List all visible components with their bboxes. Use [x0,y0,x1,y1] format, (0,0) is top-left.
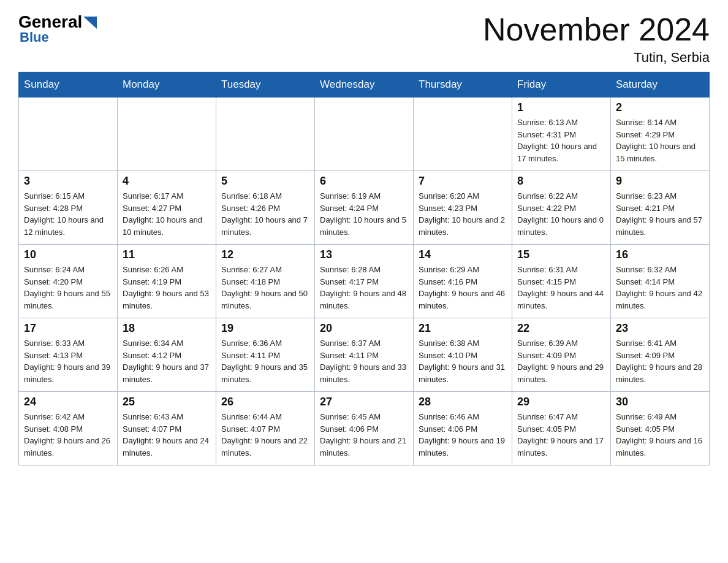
calendar-cell: 23Sunrise: 6:41 AM Sunset: 4:09 PM Dayli… [611,318,710,392]
day-number: 18 [123,322,211,335]
day-info: Sunrise: 6:43 AM Sunset: 4:07 PM Dayligh… [123,411,211,459]
day-info: Sunrise: 6:13 AM Sunset: 4:31 PM Dayligh… [517,117,605,164]
day-number: 13 [320,248,408,261]
calendar-cell: 16Sunrise: 6:32 AM Sunset: 4:14 PM Dayli… [611,245,710,318]
day-info: Sunrise: 6:38 AM Sunset: 4:10 PM Dayligh… [419,337,507,385]
day-info: Sunrise: 6:18 AM Sunset: 4:26 PM Dayligh… [221,190,309,238]
day-info: Sunrise: 6:20 AM Sunset: 4:23 PM Dayligh… [419,190,507,238]
calendar-cell: 4Sunrise: 6:17 AM Sunset: 4:27 PM Daylig… [118,171,216,245]
day-info: Sunrise: 6:41 AM Sunset: 4:09 PM Dayligh… [616,337,704,385]
calendar-cell: 21Sunrise: 6:38 AM Sunset: 4:10 PM Dayli… [414,318,512,392]
svg-marker-0 [83,17,97,29]
weekday-header-thursday: Thursday [414,72,512,98]
calendar-cell: 24Sunrise: 6:42 AM Sunset: 4:08 PM Dayli… [19,392,118,465]
calendar-cell: 7Sunrise: 6:20 AM Sunset: 4:23 PM Daylig… [414,171,512,245]
day-number: 6 [320,175,408,188]
calendar-cell: 27Sunrise: 6:45 AM Sunset: 4:06 PM Dayli… [315,392,414,465]
calendar-cell: 9Sunrise: 6:23 AM Sunset: 4:21 PM Daylig… [611,171,710,245]
day-number: 21 [419,322,507,335]
day-info: Sunrise: 6:39 AM Sunset: 4:09 PM Dayligh… [517,337,605,385]
day-info: Sunrise: 6:32 AM Sunset: 4:14 PM Dayligh… [616,264,704,312]
day-number: 4 [123,175,211,188]
calendar-week-row: 10Sunrise: 6:24 AM Sunset: 4:20 PM Dayli… [19,245,710,318]
calendar-cell: 19Sunrise: 6:36 AM Sunset: 4:11 PM Dayli… [216,318,315,392]
day-number: 3 [24,175,112,188]
calendar-cell [216,98,315,171]
day-number: 8 [517,175,605,188]
day-number: 15 [517,248,605,261]
day-info: Sunrise: 6:34 AM Sunset: 4:12 PM Dayligh… [123,337,211,385]
calendar-cell [19,98,118,171]
day-info: Sunrise: 6:17 AM Sunset: 4:27 PM Dayligh… [123,190,211,238]
logo-blue-text: Blue [20,29,49,45]
calendar-cell: 3Sunrise: 6:15 AM Sunset: 4:28 PM Daylig… [19,171,118,245]
calendar-cell: 17Sunrise: 6:33 AM Sunset: 4:13 PM Dayli… [19,318,118,392]
day-info: Sunrise: 6:14 AM Sunset: 4:29 PM Dayligh… [616,117,704,164]
day-info: Sunrise: 6:36 AM Sunset: 4:11 PM Dayligh… [221,337,309,385]
location: Tutin, Serbia [483,50,710,66]
day-number: 22 [517,322,605,335]
calendar-table: SundayMondayTuesdayWednesdayThursdayFrid… [18,72,710,465]
day-info: Sunrise: 6:29 AM Sunset: 4:16 PM Dayligh… [419,264,507,312]
day-info: Sunrise: 6:49 AM Sunset: 4:05 PM Dayligh… [616,411,704,459]
day-info: Sunrise: 6:46 AM Sunset: 4:06 PM Dayligh… [419,411,507,459]
calendar-cell: 5Sunrise: 6:18 AM Sunset: 4:26 PM Daylig… [216,171,315,245]
day-info: Sunrise: 6:44 AM Sunset: 4:07 PM Dayligh… [221,411,309,459]
day-info: Sunrise: 6:45 AM Sunset: 4:06 PM Dayligh… [320,411,408,459]
calendar-cell: 30Sunrise: 6:49 AM Sunset: 4:05 PM Dayli… [611,392,710,465]
day-info: Sunrise: 6:23 AM Sunset: 4:21 PM Dayligh… [616,190,704,238]
day-number: 5 [221,175,309,188]
day-number: 17 [24,322,112,335]
calendar-cell [414,98,512,171]
calendar-week-row: 1Sunrise: 6:13 AM Sunset: 4:31 PM Daylig… [19,98,710,171]
day-info: Sunrise: 6:19 AM Sunset: 4:24 PM Dayligh… [320,190,408,238]
day-number: 30 [616,396,704,408]
weekday-header-saturday: Saturday [611,72,710,98]
day-info: Sunrise: 6:22 AM Sunset: 4:22 PM Dayligh… [517,190,605,238]
day-number: 11 [123,248,211,261]
calendar-header-row: SundayMondayTuesdayWednesdayThursdayFrid… [19,72,710,98]
logo-arrow-icon [83,17,97,29]
calendar-cell: 18Sunrise: 6:34 AM Sunset: 4:12 PM Dayli… [118,318,216,392]
calendar-cell: 14Sunrise: 6:29 AM Sunset: 4:16 PM Dayli… [414,245,512,318]
logo: General Blue [18,12,97,45]
day-number: 26 [221,396,309,408]
day-number: 25 [123,396,211,408]
month-title: November 2024 [483,12,710,47]
calendar-cell [118,98,216,171]
day-info: Sunrise: 6:33 AM Sunset: 4:13 PM Dayligh… [24,337,112,385]
calendar-cell [315,98,414,171]
calendar-cell: 15Sunrise: 6:31 AM Sunset: 4:15 PM Dayli… [512,245,611,318]
day-number: 19 [221,322,309,335]
calendar-week-row: 17Sunrise: 6:33 AM Sunset: 4:13 PM Dayli… [19,318,710,392]
weekday-header-tuesday: Tuesday [216,72,315,98]
calendar-cell: 10Sunrise: 6:24 AM Sunset: 4:20 PM Dayli… [19,245,118,318]
calendar-cell: 8Sunrise: 6:22 AM Sunset: 4:22 PM Daylig… [512,171,611,245]
calendar-cell: 22Sunrise: 6:39 AM Sunset: 4:09 PM Dayli… [512,318,611,392]
calendar-cell: 13Sunrise: 6:28 AM Sunset: 4:17 PM Dayli… [315,245,414,318]
calendar-cell: 25Sunrise: 6:43 AM Sunset: 4:07 PM Dayli… [118,392,216,465]
day-info: Sunrise: 6:31 AM Sunset: 4:15 PM Dayligh… [517,264,605,312]
title-area: November 2024 Tutin, Serbia [483,12,710,66]
day-number: 27 [320,396,408,408]
day-info: Sunrise: 6:27 AM Sunset: 4:18 PM Dayligh… [221,264,309,312]
calendar-week-row: 24Sunrise: 6:42 AM Sunset: 4:08 PM Dayli… [19,392,710,465]
day-number: 16 [616,248,704,261]
day-number: 29 [517,396,605,408]
day-number: 10 [24,248,112,261]
day-number: 1 [517,101,605,114]
calendar-cell: 2Sunrise: 6:14 AM Sunset: 4:29 PM Daylig… [611,98,710,171]
day-info: Sunrise: 6:15 AM Sunset: 4:28 PM Dayligh… [24,190,112,238]
day-info: Sunrise: 6:28 AM Sunset: 4:17 PM Dayligh… [320,264,408,312]
day-number: 12 [221,248,309,261]
day-info: Sunrise: 6:37 AM Sunset: 4:11 PM Dayligh… [320,337,408,385]
calendar-cell: 29Sunrise: 6:47 AM Sunset: 4:05 PM Dayli… [512,392,611,465]
day-number: 14 [419,248,507,261]
day-info: Sunrise: 6:24 AM Sunset: 4:20 PM Dayligh… [24,264,112,312]
weekday-header-wednesday: Wednesday [315,72,414,98]
day-info: Sunrise: 6:47 AM Sunset: 4:05 PM Dayligh… [517,411,605,459]
day-number: 7 [419,175,507,188]
weekday-header-sunday: Sunday [19,72,118,98]
weekday-header-friday: Friday [512,72,611,98]
calendar-cell: 26Sunrise: 6:44 AM Sunset: 4:07 PM Dayli… [216,392,315,465]
